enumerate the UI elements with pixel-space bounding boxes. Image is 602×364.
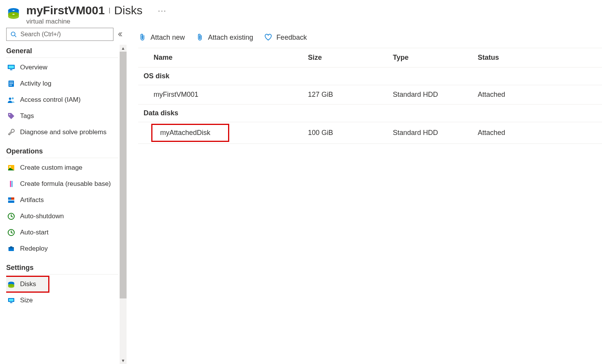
sidebar-item-overview[interactable]: Overview (6, 59, 120, 76)
group-os-disk[interactable]: OS disk (138, 67, 602, 85)
redeploy-icon (7, 244, 15, 253)
sidebar-section-operations: Operations (6, 140, 118, 158)
scrollbar-thumb[interactable] (120, 52, 127, 298)
table-row[interactable]: myAttachedDisk 100 GiB Standard HDD Atta… (138, 122, 602, 144)
disk-name: myFirstVM001 (154, 91, 308, 99)
sidebar-item-label: Create custom image (20, 164, 83, 172)
paperclip-icon (138, 33, 147, 42)
svg-rect-7 (8, 66, 14, 68)
sidebar-item-label: Access control (IAM) (20, 96, 81, 104)
sidebar-item-size[interactable]: Size (6, 292, 120, 308)
svg-point-3 (12, 10, 15, 11)
sidebar-item-label: Size (20, 297, 33, 304)
svg-point-4 (11, 32, 15, 36)
log-icon (7, 79, 15, 88)
sidebar-item-tags[interactable]: Tags (6, 108, 120, 124)
title-divider: | (108, 7, 110, 14)
sidebar-item-auto-start[interactable]: Auto-start (6, 224, 120, 241)
search-icon (10, 31, 17, 37)
heart-icon (264, 33, 272, 42)
disk-icon (7, 280, 15, 288)
main-content: Attach new Attach existing Feedback (127, 28, 602, 364)
disk-size: 127 GiB (308, 91, 393, 99)
col-header-size[interactable]: Size (308, 54, 393, 62)
sidebar-item-diagnose[interactable]: Diagnose and solve problems (6, 124, 120, 140)
disks-table: Name Size Type Status OS disk myFirstVM0… (138, 48, 602, 144)
toolbar-label: Attach existing (208, 34, 253, 42)
clock-icon (7, 212, 15, 221)
sidebar-item-disks[interactable]: Disks (6, 276, 49, 292)
tag-icon (7, 112, 15, 120)
group-data-disks[interactable]: Data disks (138, 104, 602, 122)
search-input[interactable] (20, 30, 109, 38)
sidebar-item-create-formula[interactable]: Create formula (reusable base) (6, 176, 120, 192)
svg-rect-22 (8, 201, 14, 203)
wrench-icon (7, 128, 15, 136)
sidebar: General Overview Activity log (0, 28, 127, 364)
sidebar-item-label: Auto-start (20, 229, 49, 236)
disk-type: Standard HDD (393, 129, 478, 137)
image-icon (7, 163, 15, 172)
search-input-wrapper[interactable] (6, 28, 113, 41)
page-section: Disks (114, 4, 142, 17)
svg-rect-19 (12, 181, 12, 187)
disk-size: 100 GiB (308, 129, 393, 137)
disk-icon (6, 5, 21, 20)
sidebar-item-create-custom-image[interactable]: Create custom image (6, 160, 120, 176)
clock-icon (7, 228, 15, 237)
scroll-up-arrow[interactable]: ▲ (120, 45, 127, 52)
svg-rect-20 (8, 197, 11, 200)
svg-rect-11 (9, 83, 13, 84)
sidebar-item-access-control[interactable]: Access control (IAM) (6, 92, 120, 108)
svg-rect-26 (8, 247, 14, 248)
sidebar-item-redeploy[interactable]: Redeploy (6, 241, 120, 257)
svg-rect-18 (10, 181, 11, 187)
feedback-button[interactable]: Feedback (264, 33, 307, 42)
toolbar: Attach new Attach existing Feedback (138, 28, 602, 48)
sidebar-item-label: Activity log (20, 80, 51, 88)
page-header: myFirstVM001 | Disks ··· virtual machine (0, 0, 602, 28)
disk-type: Standard HDD (393, 91, 478, 99)
sidebar-item-label: Create formula (reusable base) (20, 180, 111, 188)
toolbar-label: Attach new (150, 34, 185, 42)
scroll-down-arrow[interactable]: ▼ (120, 357, 127, 364)
table-header-row: Name Size Type Status (138, 48, 602, 67)
paperclip-icon (196, 33, 204, 42)
people-icon (7, 96, 15, 104)
svg-point-2 (12, 14, 15, 15)
sidebar-item-artifacts[interactable]: Artifacts (6, 192, 120, 208)
svg-rect-21 (11, 197, 14, 200)
svg-rect-8 (10, 69, 12, 70)
disk-status: Attached (478, 91, 602, 99)
col-header-status[interactable]: Status (478, 54, 602, 62)
table-row[interactable]: myFirstVM001 127 GiB Standard HDD Attach… (138, 85, 602, 104)
sidebar-item-activity-log[interactable]: Activity log (6, 76, 120, 92)
disk-status: Attached (478, 129, 602, 137)
sidebar-item-label: Auto-shutdown (20, 212, 64, 220)
sidebar-item-auto-shutdown[interactable]: Auto-shutdown (6, 208, 120, 224)
flask-icon (7, 180, 15, 188)
sidebar-section-settings: Settings (6, 257, 118, 275)
sidebar-item-label: Artifacts (20, 196, 44, 204)
svg-rect-31 (9, 299, 14, 301)
svg-point-15 (9, 114, 10, 115)
sidebar-item-label: Disks (20, 280, 36, 288)
size-icon (7, 296, 15, 305)
col-header-name[interactable]: Name (154, 54, 308, 62)
artifacts-icon (7, 196, 15, 204)
collapse-sidebar-button[interactable] (117, 31, 123, 38)
sidebar-scrollbar[interactable]: ▲ ▼ (120, 45, 127, 364)
svg-rect-10 (9, 82, 13, 83)
svg-point-14 (12, 98, 14, 99)
svg-rect-32 (10, 302, 12, 303)
svg-rect-12 (9, 85, 12, 86)
sidebar-item-label: Redeploy (20, 245, 48, 253)
resource-type-label: virtual machine (26, 18, 596, 25)
col-header-type[interactable]: Type (393, 54, 478, 62)
svg-point-17 (9, 166, 11, 168)
attach-new-button[interactable]: Attach new (138, 33, 185, 42)
more-actions-button[interactable]: ··· (158, 6, 167, 15)
sidebar-section-general: General (6, 45, 118, 58)
attach-existing-button[interactable]: Attach existing (196, 33, 253, 42)
monitor-icon (7, 63, 15, 72)
